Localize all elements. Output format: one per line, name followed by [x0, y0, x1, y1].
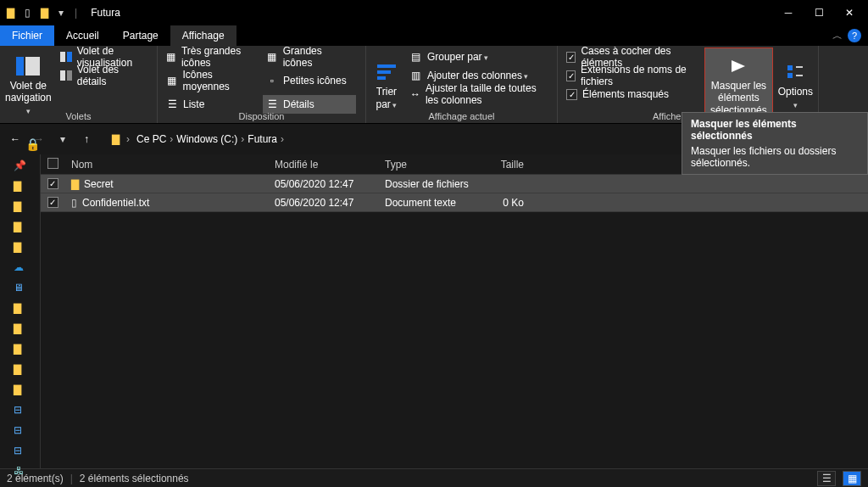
details-pane-button[interactable]: Volet des détails	[57, 66, 152, 85]
sidebar-quick-access-icon[interactable]: ▇	[14, 180, 27, 192]
crumb-futura[interactable]: Futura	[248, 133, 277, 145]
svg-rect-3	[67, 52, 72, 62]
medium-icons-button[interactable]: ▦Icônes moyennes	[163, 71, 263, 90]
sidebar-disk-icon[interactable]: ⊟	[14, 404, 27, 416]
layout-group-label: Disposition	[158, 111, 365, 121]
tab-file[interactable]: Fichier	[0, 25, 54, 46]
medium-icons-icon: ▦	[166, 75, 177, 87]
sidebar-thispc-icon[interactable]: 🖥	[14, 282, 27, 294]
navigation-sidebar[interactable]: 📌 ▇ ▇ ▇ ▇ ☁ 🖥 ▇ ▇ ▇ ▇ ▇ ⊟ ⊟ ⊟ 🖧	[0, 154, 41, 468]
cell-modified: 05/06/2020 12:47	[268, 178, 378, 190]
svg-rect-7	[377, 70, 391, 74]
hidden-items-button[interactable]: Éléments masqués	[563, 85, 699, 104]
column-name[interactable]: Nom	[64, 159, 268, 171]
navigation-pane-icon	[14, 54, 42, 78]
sidebar-folder-icon[interactable]: ▇	[14, 241, 27, 253]
tooltip: Masquer les éléments sélectionnés Masque…	[682, 112, 868, 175]
file-extensions-checkbox[interactable]	[566, 70, 576, 81]
sidebar-folder-icon[interactable]: ▇	[14, 363, 27, 375]
row-checkbox[interactable]	[47, 197, 58, 208]
details-pane-icon	[60, 70, 72, 81]
preview-pane-icon	[60, 51, 72, 63]
sidebar-disk-icon[interactable]: ⊟	[14, 445, 27, 456]
group-by-button[interactable]: ▤Grouper par	[407, 48, 552, 66]
pin-icon[interactable]: 📌	[14, 160, 27, 171]
svg-rect-2	[60, 52, 65, 62]
table-row[interactable]: ▇Secret05/06/2020 12:47Dossier de fichie…	[41, 175, 868, 193]
status-bar: 2 élément(s) | 2 éléments sélectionnés ☰…	[0, 468, 868, 487]
column-size[interactable]: Taille	[480, 159, 531, 171]
sidebar-folder-icon[interactable]: ▇	[14, 302, 27, 314]
tooltip-body: Masquer les fichiers ou dossiers sélecti…	[691, 145, 859, 169]
qat-folder-icon[interactable]: ▇	[37, 6, 51, 20]
help-icon[interactable]: ?	[848, 29, 861, 42]
hidden-items-checkbox[interactable]	[566, 89, 577, 100]
svg-rect-1	[25, 57, 40, 76]
qat-file-icon[interactable]: ▯	[20, 6, 34, 20]
file-extensions-button[interactable]: Extensions de noms de fichiers	[563, 66, 699, 85]
row-checkbox[interactable]	[47, 178, 58, 189]
cell-name: ▯Confidentiel.txt	[64, 197, 268, 209]
column-modified[interactable]: Modifié le	[268, 159, 378, 171]
qat-chevron-down-icon[interactable]: ▾	[54, 6, 68, 20]
details-view-button[interactable]: ☰	[817, 471, 836, 486]
title-bar: ▇ ▯ ▇ ▾ | Futura ─ ☐ ✕	[0, 0, 868, 25]
add-columns-label: Ajouter des colonnes	[427, 70, 529, 81]
panes-group-label: Volets	[0, 111, 157, 121]
minimize-button[interactable]: ─	[773, 0, 804, 25]
sidebar-folder-icon[interactable]: ▇	[14, 221, 27, 232]
close-button[interactable]: ✕	[834, 0, 865, 25]
small-icons-button[interactable]: ▫Petites icônes	[263, 71, 356, 90]
breadcrumb[interactable]: Ce PC› Windows (C:)› Futura›	[136, 133, 284, 145]
tab-home[interactable]: Accueil	[54, 25, 111, 46]
options-icon	[782, 60, 809, 84]
status-count: 2 élément(s)	[7, 473, 64, 484]
small-icons-icon: ▫	[266, 75, 278, 87]
group-by-icon: ▤	[410, 51, 422, 63]
lock-icon: 🔒	[25, 137, 40, 151]
sidebar-folder-icon[interactable]: ▇	[14, 322, 27, 334]
folder-icon: ▇	[71, 178, 79, 190]
window-title: Futura	[91, 7, 120, 19]
sidebar-folder-icon[interactable]: ▇	[14, 383, 27, 395]
size-columns-label: Ajuster la taille de toutes les colonnes	[426, 82, 548, 106]
sidebar-onedrive-icon[interactable]: ☁	[14, 261, 27, 273]
large-icons-label: Grandes icônes	[283, 45, 353, 69]
svg-rect-10	[787, 65, 793, 70]
back-button[interactable]: ←	[7, 131, 24, 148]
crumb-cepc[interactable]: Ce PC	[136, 133, 166, 145]
crumb-windows-c[interactable]: Windows (C:)	[176, 133, 237, 145]
details-icon: ☰	[266, 98, 278, 110]
svg-rect-5	[67, 70, 72, 81]
recent-locations-button[interactable]: ▾	[54, 131, 71, 148]
file-extensions-label: Extensions de noms de fichiers	[581, 64, 696, 87]
status-selected: 2 éléments sélectionnés	[80, 473, 189, 484]
large-icons-view-button[interactable]: ▦	[843, 471, 861, 486]
cell-name: ▇Secret	[64, 178, 268, 190]
cell-size: 0 Ko	[480, 197, 531, 209]
sidebar-folder-icon[interactable]: ▇	[14, 200, 27, 212]
item-checkboxes-checkbox[interactable]	[566, 52, 576, 63]
size-columns-button[interactable]: ↔Ajuster la taille de toutes les colonne…	[407, 85, 552, 104]
list-label: Liste	[183, 98, 204, 110]
file-list: Nom Modifié le Type Taille ▇Secret05/06/…	[41, 154, 868, 468]
hidden-items-label: Éléments masqués	[582, 88, 669, 100]
large-icons-button[interactable]: ▦Grandes icônes	[263, 48, 356, 66]
column-type[interactable]: Type	[378, 159, 480, 171]
tab-share[interactable]: Partage	[111, 25, 170, 46]
small-icons-label: Petites icônes	[283, 75, 347, 87]
maximize-button[interactable]: ☐	[804, 0, 834, 25]
sidebar-disk-icon[interactable]: ⊟	[14, 424, 27, 436]
extra-large-icons-button[interactable]: ▦Très grandes icônes	[163, 48, 263, 66]
up-button[interactable]: ↑	[78, 131, 95, 148]
current-view-group-label: Affichage actuel	[366, 111, 557, 121]
svg-rect-4	[60, 70, 65, 81]
app-folder-icon: ▇	[3, 6, 17, 20]
tab-view[interactable]: Affichage	[170, 25, 236, 46]
cell-type: Dossier de fichiers	[378, 178, 480, 190]
collapse-ribbon-icon[interactable]: ︿	[832, 29, 843, 43]
select-all-checkbox[interactable]	[47, 158, 58, 169]
svg-marker-9	[732, 60, 745, 72]
table-row[interactable]: ▯Confidentiel.txt05/06/2020 12:47Documen…	[41, 193, 868, 212]
sidebar-folder-icon[interactable]: ▇	[14, 343, 27, 355]
